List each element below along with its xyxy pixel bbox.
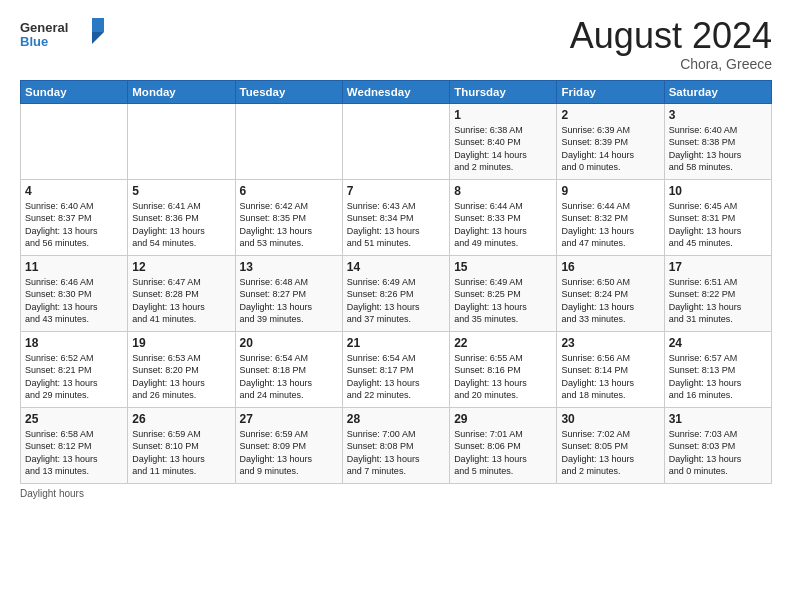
- day-number: 10: [669, 184, 767, 198]
- day-number: 29: [454, 412, 552, 426]
- day-number: 28: [347, 412, 445, 426]
- day-info: Sunrise: 6:55 AM Sunset: 8:16 PM Dayligh…: [454, 352, 552, 402]
- day-info: Sunrise: 7:03 AM Sunset: 8:03 PM Dayligh…: [669, 428, 767, 478]
- day-number: 15: [454, 260, 552, 274]
- footer-label: Daylight hours: [20, 488, 772, 499]
- day-info: Sunrise: 7:00 AM Sunset: 8:08 PM Dayligh…: [347, 428, 445, 478]
- day-cell: [21, 103, 128, 179]
- day-cell: 7Sunrise: 6:43 AM Sunset: 8:34 PM Daylig…: [342, 179, 449, 255]
- svg-marker-3: [92, 32, 104, 44]
- day-info: Sunrise: 7:01 AM Sunset: 8:06 PM Dayligh…: [454, 428, 552, 478]
- day-info: Sunrise: 6:49 AM Sunset: 8:26 PM Dayligh…: [347, 276, 445, 326]
- svg-text:Blue: Blue: [20, 34, 48, 49]
- day-header-monday: Monday: [128, 80, 235, 103]
- week-row-2: 4Sunrise: 6:40 AM Sunset: 8:37 PM Daylig…: [21, 179, 772, 255]
- day-number: 19: [132, 336, 230, 350]
- day-cell: 6Sunrise: 6:42 AM Sunset: 8:35 PM Daylig…: [235, 179, 342, 255]
- title-block: August 2024 Chora, Greece: [570, 16, 772, 72]
- day-info: Sunrise: 6:46 AM Sunset: 8:30 PM Dayligh…: [25, 276, 123, 326]
- day-number: 23: [561, 336, 659, 350]
- day-number: 26: [132, 412, 230, 426]
- day-cell: 18Sunrise: 6:52 AM Sunset: 8:21 PM Dayli…: [21, 331, 128, 407]
- day-info: Sunrise: 6:57 AM Sunset: 8:13 PM Dayligh…: [669, 352, 767, 402]
- day-info: Sunrise: 6:51 AM Sunset: 8:22 PM Dayligh…: [669, 276, 767, 326]
- day-number: 20: [240, 336, 338, 350]
- day-cell: 14Sunrise: 6:49 AM Sunset: 8:26 PM Dayli…: [342, 255, 449, 331]
- header-row: SundayMondayTuesdayWednesdayThursdayFrid…: [21, 80, 772, 103]
- day-info: Sunrise: 6:54 AM Sunset: 8:18 PM Dayligh…: [240, 352, 338, 402]
- month-title: August 2024: [570, 16, 772, 56]
- day-number: 6: [240, 184, 338, 198]
- header: General Blue August 2024 Chora, Greece: [20, 16, 772, 72]
- day-cell: 24Sunrise: 6:57 AM Sunset: 8:13 PM Dayli…: [664, 331, 771, 407]
- day-number: 4: [25, 184, 123, 198]
- day-info: Sunrise: 6:47 AM Sunset: 8:28 PM Dayligh…: [132, 276, 230, 326]
- day-info: Sunrise: 6:45 AM Sunset: 8:31 PM Dayligh…: [669, 200, 767, 250]
- day-cell: 4Sunrise: 6:40 AM Sunset: 8:37 PM Daylig…: [21, 179, 128, 255]
- day-number: 8: [454, 184, 552, 198]
- day-number: 3: [669, 108, 767, 122]
- day-cell: 11Sunrise: 6:46 AM Sunset: 8:30 PM Dayli…: [21, 255, 128, 331]
- day-header-sunday: Sunday: [21, 80, 128, 103]
- day-number: 17: [669, 260, 767, 274]
- day-number: 14: [347, 260, 445, 274]
- day-header-wednesday: Wednesday: [342, 80, 449, 103]
- day-cell: 30Sunrise: 7:02 AM Sunset: 8:05 PM Dayli…: [557, 407, 664, 483]
- day-number: 9: [561, 184, 659, 198]
- day-cell: 25Sunrise: 6:58 AM Sunset: 8:12 PM Dayli…: [21, 407, 128, 483]
- day-info: Sunrise: 6:59 AM Sunset: 8:10 PM Dayligh…: [132, 428, 230, 478]
- day-number: 21: [347, 336, 445, 350]
- day-number: 7: [347, 184, 445, 198]
- day-number: 18: [25, 336, 123, 350]
- day-info: Sunrise: 6:38 AM Sunset: 8:40 PM Dayligh…: [454, 124, 552, 174]
- day-cell: 27Sunrise: 6:59 AM Sunset: 8:09 PM Dayli…: [235, 407, 342, 483]
- svg-marker-2: [92, 18, 104, 32]
- day-number: 27: [240, 412, 338, 426]
- day-cell: 13Sunrise: 6:48 AM Sunset: 8:27 PM Dayli…: [235, 255, 342, 331]
- day-cell: 9Sunrise: 6:44 AM Sunset: 8:32 PM Daylig…: [557, 179, 664, 255]
- day-cell: 5Sunrise: 6:41 AM Sunset: 8:36 PM Daylig…: [128, 179, 235, 255]
- day-cell: 10Sunrise: 6:45 AM Sunset: 8:31 PM Dayli…: [664, 179, 771, 255]
- day-info: Sunrise: 6:48 AM Sunset: 8:27 PM Dayligh…: [240, 276, 338, 326]
- day-cell: 12Sunrise: 6:47 AM Sunset: 8:28 PM Dayli…: [128, 255, 235, 331]
- day-header-thursday: Thursday: [450, 80, 557, 103]
- day-cell: 31Sunrise: 7:03 AM Sunset: 8:03 PM Dayli…: [664, 407, 771, 483]
- week-row-4: 18Sunrise: 6:52 AM Sunset: 8:21 PM Dayli…: [21, 331, 772, 407]
- day-cell: 3Sunrise: 6:40 AM Sunset: 8:38 PM Daylig…: [664, 103, 771, 179]
- day-cell: [342, 103, 449, 179]
- day-cell: 23Sunrise: 6:56 AM Sunset: 8:14 PM Dayli…: [557, 331, 664, 407]
- location: Chora, Greece: [570, 56, 772, 72]
- day-header-friday: Friday: [557, 80, 664, 103]
- day-info: Sunrise: 6:58 AM Sunset: 8:12 PM Dayligh…: [25, 428, 123, 478]
- day-cell: [235, 103, 342, 179]
- day-number: 1: [454, 108, 552, 122]
- day-info: Sunrise: 6:40 AM Sunset: 8:38 PM Dayligh…: [669, 124, 767, 174]
- day-number: 31: [669, 412, 767, 426]
- day-info: Sunrise: 6:53 AM Sunset: 8:20 PM Dayligh…: [132, 352, 230, 402]
- day-number: 25: [25, 412, 123, 426]
- day-number: 2: [561, 108, 659, 122]
- day-number: 30: [561, 412, 659, 426]
- day-cell: 19Sunrise: 6:53 AM Sunset: 8:20 PM Dayli…: [128, 331, 235, 407]
- svg-text:General: General: [20, 20, 68, 35]
- day-cell: 20Sunrise: 6:54 AM Sunset: 8:18 PM Dayli…: [235, 331, 342, 407]
- day-cell: [128, 103, 235, 179]
- day-cell: 28Sunrise: 7:00 AM Sunset: 8:08 PM Dayli…: [342, 407, 449, 483]
- day-number: 12: [132, 260, 230, 274]
- day-cell: 21Sunrise: 6:54 AM Sunset: 8:17 PM Dayli…: [342, 331, 449, 407]
- day-info: Sunrise: 6:42 AM Sunset: 8:35 PM Dayligh…: [240, 200, 338, 250]
- day-cell: 22Sunrise: 6:55 AM Sunset: 8:16 PM Dayli…: [450, 331, 557, 407]
- day-cell: 17Sunrise: 6:51 AM Sunset: 8:22 PM Dayli…: [664, 255, 771, 331]
- day-cell: 8Sunrise: 6:44 AM Sunset: 8:33 PM Daylig…: [450, 179, 557, 255]
- day-cell: 1Sunrise: 6:38 AM Sunset: 8:40 PM Daylig…: [450, 103, 557, 179]
- day-info: Sunrise: 6:41 AM Sunset: 8:36 PM Dayligh…: [132, 200, 230, 250]
- week-row-5: 25Sunrise: 6:58 AM Sunset: 8:12 PM Dayli…: [21, 407, 772, 483]
- day-number: 24: [669, 336, 767, 350]
- day-info: Sunrise: 7:02 AM Sunset: 8:05 PM Dayligh…: [561, 428, 659, 478]
- logo-svg: General Blue: [20, 16, 110, 52]
- day-header-saturday: Saturday: [664, 80, 771, 103]
- day-number: 5: [132, 184, 230, 198]
- day-info: Sunrise: 6:52 AM Sunset: 8:21 PM Dayligh…: [25, 352, 123, 402]
- day-info: Sunrise: 6:56 AM Sunset: 8:14 PM Dayligh…: [561, 352, 659, 402]
- day-cell: 16Sunrise: 6:50 AM Sunset: 8:24 PM Dayli…: [557, 255, 664, 331]
